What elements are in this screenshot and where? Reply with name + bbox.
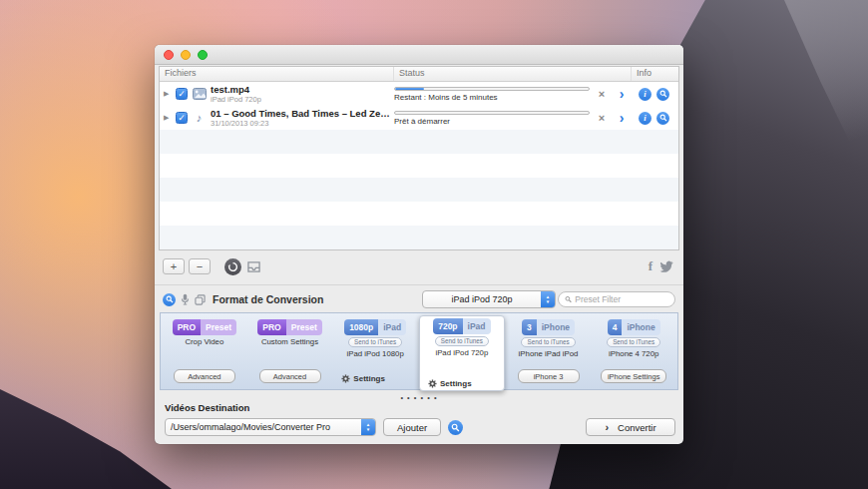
window-titlebar[interactable]	[155, 45, 683, 65]
tray-icon	[246, 260, 261, 273]
send-to-itunes-button[interactable]: Send to iTunes	[607, 337, 660, 347]
file-name: test.mp4	[211, 84, 261, 95]
settings-button[interactable]: Settings	[334, 374, 385, 383]
table-header: Fichiers Status Info	[160, 67, 678, 82]
start-conversion-button[interactable]: ›	[614, 87, 630, 101]
twitter-icon[interactable]	[659, 260, 673, 272]
status-cell: Restant : Moins de 5 minutes × ›	[394, 87, 632, 102]
advanced-button[interactable]: Advanced	[259, 369, 321, 383]
empty-row	[160, 226, 678, 249]
magnifier-icon	[451, 423, 460, 432]
cancel-conversion-button[interactable]: ×	[595, 112, 609, 124]
preset-card-ipad-1080p[interactable]: 1080p iPad Send to iTunes iPad iPod 1080…	[333, 317, 417, 385]
file-meta: test.mp4 iPad iPod 720p	[211, 84, 261, 104]
convert-button[interactable]: › Convertir	[586, 418, 675, 436]
settings-button[interactable]: Settings	[421, 379, 472, 388]
preset-search-button[interactable]	[163, 293, 176, 306]
status-cell: Prêt à démarrer × ›	[394, 111, 632, 126]
preview-search-button[interactable]	[656, 88, 669, 101]
dropdown-stepper-icon[interactable]: ▲▼	[361, 419, 375, 435]
add-destination-button[interactable]: Ajouter	[383, 418, 441, 436]
send-to-itunes-button[interactable]: Send to iTunes	[521, 337, 575, 347]
file-meta: 01 – Good Times, Bad Times – Led Zeppeli…	[211, 108, 394, 128]
refresh-icon	[227, 261, 238, 272]
preset-card-iphone-4[interactable]: 4 iPhone Send to iTunes iPhone 4 720p iP…	[592, 317, 675, 385]
preset-dropdown[interactable]: iPad iPod 720p ▲▼	[422, 290, 556, 308]
reveal-destination-button[interactable]	[448, 420, 463, 435]
status-text: Prêt à démarrer	[394, 117, 590, 126]
empty-row	[160, 202, 678, 226]
send-to-itunes-button[interactable]: Send to iTunes	[435, 336, 489, 346]
file-row[interactable]: ▶ ✓ test.mp4 iPad iPod 720p	[160, 82, 678, 106]
preset-label: Crop Video	[185, 337, 223, 346]
info-button[interactable]: i	[639, 112, 651, 125]
preset-card-custom-settings[interactable]: PRO Preset Custom Settings Advanced	[248, 317, 332, 385]
convert-button-label: Convertir	[618, 422, 656, 433]
converter-app-window: Fichiers Status Info ▶ ✓ test.mp4 iPad i…	[155, 45, 683, 444]
video-file-icon	[192, 87, 207, 102]
remove-file-button[interactable]: −	[189, 258, 211, 274]
preset-label: iPad iPod 720p	[435, 348, 488, 357]
file-name: 01 – Good Times, Bad Times – Led Zeppeli…	[211, 108, 394, 119]
preset-filter-field[interactable]	[558, 291, 675, 307]
column-header-fichiers[interactable]: Fichiers	[160, 67, 394, 81]
add-file-button[interactable]: +	[163, 258, 185, 274]
chevron-right-icon: ›	[605, 422, 609, 432]
preset-badge: PRO Preset	[257, 319, 321, 335]
preset-card-iphone-3[interactable]: 3 iPhone Send to iTunes iPhone iPad iPod…	[507, 317, 591, 385]
iphone-settings-button[interactable]: iPhone Settings	[601, 369, 667, 383]
empty-row	[160, 178, 678, 202]
info-cell: i	[632, 112, 678, 125]
list-toolbar: + − f	[163, 257, 673, 275]
column-header-info[interactable]: Info	[632, 67, 678, 81]
row-checkbox[interactable]: ✓	[176, 112, 188, 124]
gear-icon	[341, 374, 350, 383]
preset-card-crop-video[interactable]: PRO Preset Crop Video Advanced	[163, 317, 246, 385]
progress-bar	[394, 87, 590, 91]
format-section-title: Format de Conversion	[213, 293, 323, 305]
close-window-button[interactable]	[164, 50, 174, 60]
info-button[interactable]: i	[639, 88, 651, 101]
file-subtitle: iPad iPod 720p	[211, 95, 261, 104]
cancel-conversion-button[interactable]: ×	[595, 88, 609, 100]
audio-file-icon: ♪	[192, 111, 207, 126]
preset-strip: PRO Preset Crop Video Advanced PRO Prese…	[160, 312, 678, 390]
preset-badge: 4 iPhone	[608, 319, 660, 335]
mic-icon[interactable]	[181, 293, 190, 305]
file-cell: ▶ ✓ ♪ 01 – Good Times, Bad Times – Led Z…	[160, 108, 394, 128]
file-row[interactable]: ▶ ✓ ♪ 01 – Good Times, Bad Times – Led Z…	[160, 106, 678, 130]
zoom-window-button[interactable]	[198, 50, 208, 60]
progress-wrap: Restant : Moins de 5 minutes	[394, 87, 590, 102]
preset-label: iPhone iPad iPod	[519, 349, 579, 358]
destination-path-dropdown[interactable]: /Users/ommalago/Movies/Converter Pro ▲▼	[165, 418, 376, 436]
preset-card-ipad-720p-selected[interactable]: 720p iPad Send to iTunes iPad iPod 720p …	[419, 315, 505, 391]
column-header-status[interactable]: Status	[394, 67, 632, 81]
magnifier-icon	[166, 295, 174, 303]
facebook-icon[interactable]: f	[646, 258, 655, 274]
status-text: Restant : Moins de 5 minutes	[394, 93, 590, 102]
preset-filter-input[interactable]	[575, 294, 668, 304]
convert-queue-button[interactable]	[224, 258, 241, 275]
destination-path-value: /Users/ommalago/Movies/Converter Pro	[166, 422, 361, 432]
preset-dropdown-value: iPad iPod 720p	[423, 294, 541, 304]
disclosure-triangle-icon[interactable]: ▶	[164, 90, 172, 98]
row-checkbox[interactable]: ✓	[176, 88, 188, 100]
magnifier-icon	[659, 114, 667, 122]
layers-icon[interactable]	[195, 294, 206, 305]
preview-search-button[interactable]	[656, 112, 669, 125]
format-section-header: Format de Conversion	[163, 290, 323, 308]
archive-tray-button[interactable]	[245, 258, 262, 275]
start-conversion-button[interactable]: ›	[614, 111, 630, 125]
minimize-window-button[interactable]	[181, 50, 191, 60]
empty-row	[160, 154, 678, 178]
dropdown-stepper-icon[interactable]: ▲▼	[541, 291, 555, 307]
progress-wrap: Prêt à démarrer	[394, 111, 590, 126]
send-to-itunes-button[interactable]: Send to iTunes	[348, 337, 402, 347]
iphone-3-button[interactable]: iPhone 3	[518, 369, 580, 383]
file-table: Fichiers Status Info ▶ ✓ test.mp4 iPad i…	[159, 66, 679, 250]
advanced-button[interactable]: Advanced	[174, 369, 235, 383]
preset-label: iPhone 4 720p	[609, 349, 658, 358]
preset-pagination-dots[interactable]: • • • • • •	[155, 393, 683, 402]
disclosure-triangle-icon[interactable]: ▶	[164, 114, 172, 122]
preset-label: Custom Settings	[261, 337, 318, 346]
